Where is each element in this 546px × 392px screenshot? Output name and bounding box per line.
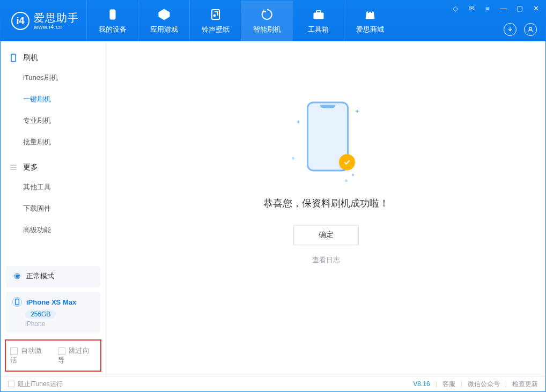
- minimize-icon[interactable]: —: [499, 4, 508, 12]
- mode-label: 正常模式: [26, 271, 54, 281]
- svg-rect-3: [314, 13, 323, 19]
- device-name: iPhone XS Max: [26, 298, 76, 306]
- device-cards: 正常模式 iPhone XS Max 256GB iPhone: [1, 266, 106, 336]
- toolbox-icon: [312, 8, 326, 21]
- checkbox-auto-activate[interactable]: 自动激活: [10, 346, 48, 365]
- store-icon: [363, 8, 377, 21]
- sidebar-item-itunes-flash[interactable]: iTunes刷机: [23, 67, 106, 88]
- sidebar-item-oneclick-flash[interactable]: 一键刷机: [23, 88, 106, 110]
- sidebar-item-batch-flash[interactable]: 批量刷机: [23, 131, 106, 153]
- nav-label: 工具箱: [308, 25, 329, 34]
- device-type: iPhone: [25, 320, 45, 328]
- device-icon: [106, 8, 120, 21]
- window-controls-row2: [504, 23, 537, 36]
- shirt-icon[interactable]: ◇: [451, 4, 460, 12]
- title-bar: i4 爱思助手 www.i4.cn 我的设备 应用游戏 铃声壁纸 智能刷机 工具…: [1, 1, 545, 41]
- success-illustration: [294, 98, 358, 184]
- checkbox-label: 阻止iTunes运行: [18, 380, 63, 388]
- ok-button[interactable]: 确定: [293, 225, 359, 245]
- nav-label: 应用游戏: [150, 25, 178, 34]
- bottom-check-row: 自动激活 跳过向导: [5, 339, 101, 372]
- nav-label: 铃声壁纸: [202, 25, 230, 34]
- sidebar: 刷机 iTunes刷机 一键刷机 专业刷机 批量刷机 更多 其他工具 下载固件 …: [1, 41, 106, 376]
- sidebar-item-advanced[interactable]: 高级功能: [23, 219, 106, 241]
- nav-store[interactable]: 爱思商城: [344, 1, 395, 41]
- sidebar-item-other-tools[interactable]: 其他工具: [23, 176, 106, 198]
- close-icon[interactable]: ✕: [532, 4, 540, 12]
- sparkle-icon: [296, 116, 300, 121]
- app-logo: i4 爱思助手 www.i4.cn: [1, 1, 86, 41]
- window-controls-row1: ◇ ✉ ≡ — ▢ ✕: [451, 4, 540, 12]
- sidebar-group-flash[interactable]: 刷机: [1, 49, 106, 67]
- svg-point-5: [529, 27, 532, 30]
- svg-point-2: [213, 14, 216, 17]
- mode-card[interactable]: 正常模式: [6, 266, 100, 287]
- ringtone-icon: [209, 8, 223, 21]
- nav-apps-games[interactable]: 应用游戏: [138, 1, 189, 41]
- sparkle-icon: [351, 171, 354, 174]
- svg-rect-0: [110, 10, 115, 19]
- sidebar-item-pro-flash[interactable]: 专业刷机: [23, 110, 106, 131]
- feedback-icon[interactable]: ✉: [467, 4, 476, 12]
- dot-icon: [292, 157, 294, 159]
- success-message: 恭喜您，保资料刷机成功啦！: [263, 197, 389, 210]
- svg-point-7: [16, 275, 19, 278]
- separator: |: [461, 380, 462, 388]
- nav-my-device[interactable]: 我的设备: [86, 1, 138, 41]
- separator: |: [436, 380, 437, 388]
- dot-icon: [345, 179, 348, 182]
- phone-small-icon: [9, 54, 18, 62]
- sparkle-icon: [355, 106, 359, 110]
- svg-rect-9: [16, 299, 19, 305]
- nav-label: 爱思商城: [356, 25, 384, 34]
- more-icon: [9, 163, 18, 172]
- version-label: V8.16: [413, 380, 430, 388]
- device-storage-pill: 256GB: [25, 310, 56, 319]
- nav-smart-flash[interactable]: 智能刷机: [241, 1, 292, 41]
- check-badge-icon: [339, 154, 355, 170]
- logo-mark-icon: i4: [11, 12, 29, 30]
- checkbox-block-itunes[interactable]: 阻止iTunes运行: [8, 380, 63, 389]
- sidebar-group-more[interactable]: 更多: [1, 158, 106, 176]
- view-log-link[interactable]: 查看日志: [312, 256, 340, 264]
- maximize-icon[interactable]: ▢: [515, 4, 524, 12]
- mode-dot-icon: [12, 271, 22, 281]
- download-button[interactable]: [504, 23, 517, 36]
- sidebar-item-download-firmware[interactable]: 下载固件: [23, 198, 106, 219]
- svg-rect-6: [11, 54, 16, 62]
- device-card[interactable]: iPhone XS Max 256GB iPhone: [6, 292, 100, 333]
- apps-icon: [157, 8, 171, 21]
- logo-text-en: www.i4.cn: [34, 24, 79, 30]
- device-dot-icon: [12, 297, 22, 307]
- group-title-label: 更多: [23, 162, 38, 172]
- group-title-label: 刷机: [23, 53, 38, 63]
- link-wechat[interactable]: 微信公众号: [468, 380, 500, 389]
- status-bar: 阻止iTunes运行 V8.16 | 客服 | 微信公众号 | 检查更新: [1, 376, 545, 391]
- sidebar-scroll: 刷机 iTunes刷机 一键刷机 专业刷机 批量刷机 更多 其他工具 下载固件 …: [1, 41, 106, 266]
- main-content: 恭喜您，保资料刷机成功啦！ 确定 查看日志: [106, 41, 545, 376]
- menu-icon[interactable]: ≡: [483, 4, 492, 12]
- nav-label: 我的设备: [99, 25, 127, 34]
- nav-ringtones-wallpapers[interactable]: 铃声壁纸: [189, 1, 241, 41]
- link-check-update[interactable]: 检查更新: [512, 380, 538, 389]
- nav-label: 智能刷机: [253, 25, 281, 34]
- logo-text-cn: 爱思助手: [34, 12, 79, 24]
- flash-icon: [260, 8, 274, 21]
- separator: |: [505, 380, 507, 388]
- checkbox-skip-guide[interactable]: 跳过向导: [58, 346, 96, 365]
- top-nav: 我的设备 应用游戏 铃声壁纸 智能刷机 工具箱 爱思商城: [86, 1, 395, 41]
- link-customer-service[interactable]: 客服: [442, 380, 455, 389]
- success-panel: 恭喜您，保资料刷机成功啦！ 确定 查看日志: [263, 98, 389, 265]
- svg-rect-4: [316, 11, 321, 13]
- app-body: 刷机 iTunes刷机 一键刷机 专业刷机 批量刷机 更多 其他工具 下载固件 …: [1, 41, 545, 376]
- nav-toolbox[interactable]: 工具箱: [292, 1, 344, 41]
- account-button[interactable]: [524, 23, 537, 36]
